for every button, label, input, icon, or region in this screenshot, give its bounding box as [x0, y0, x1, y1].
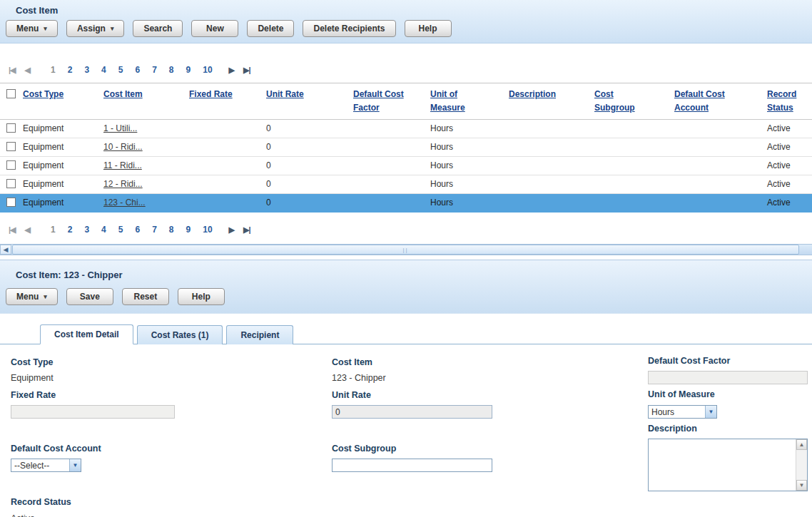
cost-item-link[interactable]: 11 - Ridi...	[103, 160, 142, 170]
row-checkbox[interactable]	[6, 123, 16, 133]
next-page-icon[interactable]: ▶	[229, 225, 234, 235]
page-number-link[interactable]: 3	[84, 225, 89, 235]
column-header-cost-subgroup[interactable]: Cost Subgroup	[594, 88, 644, 114]
table-row[interactable]: Equipment 12 - Ridi... 0 Hours Active	[0, 175, 812, 194]
cell-unit-of-measure: Hours	[429, 175, 507, 194]
select-all-checkbox[interactable]	[6, 89, 16, 98]
cost-item-link[interactable]: 10 - Ridi...	[103, 142, 143, 152]
detail-help-button[interactable]: Help	[178, 288, 225, 305]
page-number-link[interactable]: 8	[169, 225, 174, 235]
cell-default-cost-account	[673, 175, 766, 194]
table-row[interactable]: Equipment 1 - Utili... 0 Hours Active	[0, 120, 812, 138]
top-panel: Cost Item Menu ▾ Assign ▾ Search New Del…	[0, 0, 812, 43]
tab-cost-item-detail[interactable]: Cost Item Detail	[40, 324, 133, 344]
scroll-down-icon[interactable]: ▼	[796, 480, 807, 491]
page-number-link[interactable]: 5	[118, 225, 123, 235]
cost-subgroup-input[interactable]	[332, 459, 492, 472]
search-button[interactable]: Search	[133, 20, 183, 37]
page-number-link[interactable]: 7	[152, 65, 157, 75]
top-toolbar: Menu ▾ Assign ▾ Search New Delete Delete…	[0, 19, 812, 37]
cell-description	[507, 175, 593, 194]
default-cost-account-select[interactable]: --Select-- ▼	[11, 459, 81, 472]
menu-button[interactable]: Menu ▾	[6, 20, 58, 37]
cell-default-cost-account	[673, 194, 766, 213]
column-header-cost-type[interactable]: Cost Type	[23, 88, 64, 101]
chevron-down-icon[interactable]: ▼	[69, 459, 81, 471]
table-row-selected[interactable]: Equipment 123 - Chi... 0 Hours Active	[0, 194, 812, 213]
cost-item-link[interactable]: 1 - Utili...	[103, 123, 137, 133]
scroll-up-icon[interactable]: ▲	[796, 439, 807, 450]
cell-fixed-rate	[188, 138, 265, 157]
unit-of-measure-select[interactable]: Hours ▼	[648, 405, 717, 419]
column-header-unit-of-measure[interactable]: Unit of Measure	[430, 88, 474, 114]
cell-record-status: Active	[766, 120, 812, 138]
cell-description	[507, 120, 593, 138]
page-number-link[interactable]: 6	[135, 225, 140, 235]
unit-rate-input[interactable]: 0	[332, 405, 492, 419]
column-header-unit-rate[interactable]: Unit Rate	[266, 88, 304, 101]
page-number-link[interactable]: 9	[186, 225, 191, 235]
cost-item-link[interactable]: 123 - Chi...	[103, 198, 146, 208]
assign-button[interactable]: Assign ▾	[66, 20, 125, 37]
column-header-description[interactable]: Description	[509, 88, 556, 101]
tab-recipient[interactable]: Recipient	[226, 325, 293, 344]
next-page-icon[interactable]: ▶	[229, 66, 234, 75]
page-number-link[interactable]: 2	[68, 225, 73, 235]
row-checkbox[interactable]	[6, 142, 16, 151]
cost-item-link[interactable]: 12 - Ridi...	[103, 179, 143, 189]
reset-button[interactable]: Reset	[122, 288, 169, 305]
table-row[interactable]: Equipment 10 - Ridi... 0 Hours Active	[0, 138, 812, 157]
save-button[interactable]: Save	[66, 288, 113, 305]
cell-cost-subgroup	[593, 120, 673, 138]
scrollbar-thumb[interactable]: ||	[12, 245, 799, 255]
column-header-default-cost-account[interactable]: Default Cost Account	[674, 88, 739, 114]
page-number-link[interactable]: 4	[101, 225, 106, 235]
cost-item-label: Cost Item	[332, 357, 372, 367]
page-number-link[interactable]: 8	[169, 65, 174, 75]
table-row[interactable]: Equipment 11 - Ridi... 0 Hours Active	[0, 157, 812, 175]
page-number-link[interactable]: 5	[118, 65, 123, 75]
page-number-link[interactable]: 2	[68, 65, 73, 75]
page-number-link[interactable]: 3	[84, 65, 89, 75]
cell-description	[507, 138, 593, 157]
cell-unit-rate: 0	[265, 194, 352, 213]
new-button[interactable]: New	[191, 20, 238, 37]
last-page-icon[interactable]: ▶|	[243, 225, 250, 235]
cell-record-status: Active	[766, 175, 812, 194]
horizontal-scrollbar[interactable]: ◀ ||	[0, 244, 812, 255]
textarea-scrollbar[interactable]: ▲ ▼	[796, 439, 807, 491]
page-number-current: 1	[51, 225, 56, 235]
description-textarea[interactable]: ▲ ▼	[648, 439, 808, 491]
cell-cost-type: Equipment	[21, 175, 102, 194]
column-header-cost-item[interactable]: Cost Item	[103, 88, 143, 101]
column-header-default-cost-factor[interactable]: Default Cost Factor	[353, 88, 417, 114]
tab-cost-rates[interactable]: Cost Rates (1)	[137, 325, 223, 344]
cost-item-detail-form: Cost Type Equipment Fixed Rate Default C…	[0, 344, 812, 517]
default-cost-factor-label: Default Cost Factor	[648, 356, 730, 366]
detail-menu-button[interactable]: Menu ▾	[6, 288, 58, 305]
record-status-label: Record Status	[11, 497, 71, 507]
column-header-fixed-rate[interactable]: Fixed Rate	[189, 88, 233, 101]
scroll-left-icon[interactable]: ◀	[0, 245, 11, 255]
page-number-link[interactable]: 6	[135, 65, 140, 75]
row-checkbox[interactable]	[6, 179, 16, 188]
row-checkbox[interactable]	[6, 198, 16, 207]
page-number-link[interactable]: 10	[203, 225, 212, 235]
row-checkbox[interactable]	[6, 160, 16, 170]
page-number-link[interactable]: 10	[203, 65, 212, 75]
cell-default-cost-factor	[352, 157, 429, 175]
cell-default-cost-factor	[352, 175, 429, 194]
cell-default-cost-factor	[352, 194, 429, 213]
last-page-icon[interactable]: ▶|	[243, 66, 250, 75]
delete-button[interactable]: Delete	[247, 20, 294, 37]
page-number-link[interactable]: 9	[186, 65, 191, 75]
chevron-down-icon[interactable]: ▼	[705, 406, 716, 418]
fixed-rate-input	[11, 405, 175, 419]
column-header-record-status[interactable]: Record Status	[767, 88, 804, 114]
page-number-link[interactable]: 4	[101, 65, 106, 75]
delete-recipients-button[interactable]: Delete Recipients	[303, 20, 395, 37]
default-cost-account-label: Default Cost Account	[11, 444, 101, 454]
page-number-link[interactable]: 7	[152, 225, 157, 235]
menu-button-label: Menu	[16, 24, 39, 34]
help-button[interactable]: Help	[405, 20, 452, 37]
